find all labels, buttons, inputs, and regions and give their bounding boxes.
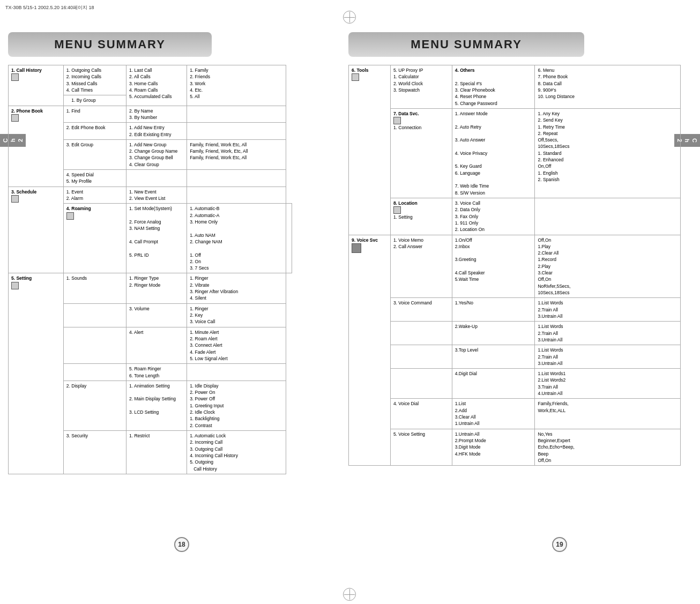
cell-answer-mode: 1. Answer Mode2. Auto Retry3. Auto Answe… [452,108,535,198]
cell-roaming-sub2: 1. Automatic-B2. Automatic-A3. Home Only… [187,204,286,273]
cell-setting: 5. Setting [9,273,64,474]
cell-call-history-sub2: 1. Last Call2. All Calls3. Home Calls4. … [126,65,187,106]
cell-on-off-sub: Off,On1.Play2.Clear All1.Record2.Play3.C… [535,235,681,298]
cell-sounds-sub: 1. Ringer Type2. Ringer Mode [126,273,187,303]
cell-yes-no: 1.Yes/No [452,298,535,322]
right-panel: MENU SUMMARY 6. Tools 5. UP Proxy IP1. C… [348,32,691,563]
cell-display-sub2: 1. Idle Display2. Power On3. Power Off1.… [187,381,286,430]
bottom-crosshair-lines [344,589,355,600]
cell-display: 2. Display [63,381,126,430]
cell-voice-setting-sub: 1.Untrain All2.Prompt Mode3.Digit Mode4.… [452,429,535,466]
cell-call-history-sub3: 1. Family2. Friends3. Work4. Etc.5. All [187,65,286,106]
cell-edit-group: 3. Edit Group [63,139,126,169]
roaming-label: 4. Roaming [66,205,123,212]
cell-roam-ringer-sub [187,364,286,381]
cell-roam-ringer-empty [63,364,126,381]
schedule-label: 3. Schedule [11,189,61,195]
row-voice-setting: 5. Voice Setting 1.Untrain All2.Prompt M… [349,429,681,466]
left-menu-table: 1. Call History 1. Outgoing Calls2. Inco… [8,65,292,474]
cell-roaming-sub3 [286,204,292,273]
cell-yes-no-sub: 1.List Words2.Train All3.Untrain All [535,298,681,322]
header-text: TX-30B 5/15-1 2002.5.20 16:40페이지 18 [5,5,94,10]
setting-icon [11,282,61,289]
cell-security-sub2: 1. Automatic Lock2. Incoming Call3. Outg… [187,431,286,474]
cell-voice-memo: 1. Voice Memo2. Call Answer [390,235,452,298]
cell-tools: 6. Tools [349,65,391,235]
tools-label: 6. Tools [352,67,388,73]
left-title: MENU SUMMARY [19,38,201,51]
cell-phone-book: 2. Phone Book [9,106,64,187]
cell-location-sub: 3. Voice Call2. Data Only3. Fax Only1. 9… [452,198,535,235]
row-schedule: 3. Schedule 1. Event2. Alarm 1. New Even… [9,187,292,204]
cell-roam-ringer: 5. Roam Ringer6. Tone Length [126,364,187,381]
cell-wake-up-empty [390,322,452,345]
cell-edit-phonebook-sub2 [187,123,286,140]
cell-answer-mode-sub: 1. Any Key2. Send Key1. Retry Time2. Rep… [535,108,681,198]
right-page-num: 19 [552,537,567,552]
cell-schedule-sub2: 1. New Event2. View Event List [126,187,187,204]
row-voice-svc: 9. Voice Svc 1. Voice Memo2. Call Answer… [349,235,681,298]
cell-find-sub1: 2. By Name3. By Number [126,106,187,123]
cell-group-label: 1. By Group [63,95,126,106]
cell-voice-dial-sub: 1.List2.Add3.Clear All1.Untrain All [452,399,535,429]
cell-voice-setting-sub2: No,YesBeginner,ExpertEcho,Echo+Beep,Beep… [535,429,681,466]
ch-right-label: C [691,138,698,143]
cell-display-sub: 1. Animation Setting2. Main Display Sett… [126,381,187,430]
cell-speed-dial-sub [126,170,187,187]
right-title-box: MENU SUMMARY [348,32,584,57]
cell-call-history: 1. Call History [9,65,64,106]
cell-roaming: 4. Roaming [63,204,126,273]
cell-voice-setting: 5. Voice Setting [390,429,452,466]
cell-digit-dial: 4.Digit Dial [452,369,535,399]
cell-others: 4. Others 2. Special #'s3. Clear Phonebo… [452,65,535,109]
call-history-icon [11,73,61,81]
cell-voice-dial-sub2: Family,Friends,Work,Etc,ALL [535,399,681,429]
phone-book-label: 2. Phone Book [11,108,61,114]
cell-alert-sub: 1. Minute Alert2. Roam Alert3. Connect A… [187,327,286,364]
cell-location: 8. Location 1. Setting [390,198,452,235]
cell-others-sub: 6. Menu7. Phone Book8. Data Call9. 900#'… [535,65,681,109]
cell-alert: 4. Alert [126,327,187,364]
row-call-history: 1. Call History 1. Outgoing Calls2. Inco… [9,65,292,95]
left-page-num: 18 [174,537,189,552]
cell-edit-phonebook-sub: 1. Add New Entry2. Edit Existing Entry [126,123,187,140]
voice-svc-icon [352,243,388,253]
location-label: 8. Location [393,200,449,206]
cell-edit-group-sub2: Family, Friend, Work Etc, AllFamily, Fri… [187,139,286,169]
row-wake-up: 2.Wake-Up 1.List Words2.Train All3.Untra… [349,322,681,345]
left-panel: MENU SUMMARY 1. Call History 1. Outgoing… [8,32,303,563]
row-digit-dial: 4.Digit Dial 1.List Words12.List Words23… [349,369,681,399]
cell-find: 1. Find [63,106,126,123]
cell-find-sub2 [187,106,286,123]
cell-wake-up-sub: 1.List Words2.Train All3.Untrain All [535,322,681,345]
cell-volume-sub: 1. Ringer2. Key3. Voice Call [187,303,286,327]
cell-top-level-empty [390,345,452,369]
cell-voice-svc: 9. Voice Svc [349,235,391,466]
cell-wake-up: 2.Wake-Up [452,322,535,345]
left-title-box: MENU SUMMARY [8,32,212,57]
voice-svc-label: 9. Voice Svc [352,237,388,243]
cell-voice-dial: 4. Voice Dial [390,399,452,429]
row-voice-command: 3. Voice Command 1.Yes/No 1.List Words2.… [349,298,681,322]
cell-sounds-sub2: 1. Ringer2. Vibrate3. Ringer After Vibra… [187,273,286,303]
row-location: 8. Location 1. Setting 3. Voice Call2. D… [349,198,681,235]
cell-on-off: 1.On/Off2.Inbox3.Greeting4.Call Speaker5… [452,235,535,298]
cell-speed-dial: 4. Speed Dial5. My Profile [63,170,126,187]
top-crosshair-lines [344,12,355,23]
tools-icon [352,73,388,81]
row-setting: 5. Setting 1. Sounds 1. Ringer Type2. Ri… [9,273,292,303]
location-icon [393,206,449,214]
data-svc-icon [393,117,449,124]
row-phone-book: 2. Phone Book 1. Find 2. By Name3. By Nu… [9,106,292,123]
cell-digit-dial-empty [390,369,452,399]
cell-digit-dial-sub: 1.List Words12.List Words23.Train All4.U… [535,369,681,399]
cell-volume: 3. Volume [126,303,187,327]
schedule-icon [11,195,61,203]
cell-schedule-sub: 1. Event2. Alarm [63,187,126,204]
cell-schedule-sub3 [187,187,286,204]
cell-sounds: 1. Sounds [63,273,126,303]
cell-top-level-sub: 1.List Words2.Train All3.Untrain All [535,345,681,369]
cell-call-history-sub1: 1. Outgoing Calls2. Incoming Calls3. Mis… [63,65,126,95]
cell-edit-group-sub: 1. Add New Group2. Change Group Name3. C… [126,139,187,169]
cell-location-sub2 [535,198,681,235]
